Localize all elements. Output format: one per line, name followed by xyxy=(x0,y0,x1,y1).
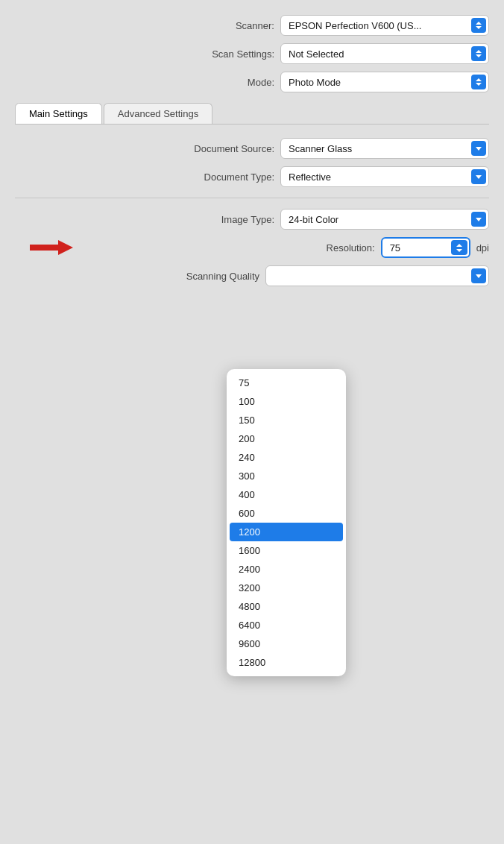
resolution-option-12800[interactable]: 12800 xyxy=(227,653,346,672)
resolution-option-9600[interactable]: 9600 xyxy=(227,634,346,653)
resolution-option-100[interactable]: 100 xyxy=(227,392,346,411)
resolution-option-400[interactable]: 400 xyxy=(227,485,346,504)
resolution-option-75[interactable]: 75 xyxy=(227,374,346,392)
mode-label: Mode: xyxy=(170,77,274,88)
document-type-label: Document Type: xyxy=(170,171,274,183)
document-source-row: Document Source: Scanner Glass xyxy=(15,138,489,159)
resolution-option-150[interactable]: 150 xyxy=(227,411,346,429)
scan-settings-select-wrapper: Not Selected xyxy=(280,43,489,64)
document-source-label: Document Source: xyxy=(170,143,274,154)
resolution-select-wrapper: 7510015020024030040060012001600240032004… xyxy=(381,237,470,258)
image-type-row: Image Type: 24-bit Color xyxy=(15,209,489,230)
scanner-label: Scanner: xyxy=(170,20,274,31)
tab-main-settings[interactable]: Main Settings xyxy=(15,103,102,124)
scanner-row: Scanner: EPSON Perfection V600 (US... xyxy=(15,15,489,36)
scanning-quality-select[interactable] xyxy=(265,265,489,286)
scanning-quality-row: Scanning Quality xyxy=(15,265,489,286)
resolution-option-240[interactable]: 240 xyxy=(227,448,346,467)
resolution-option-3200[interactable]: 3200 xyxy=(227,579,346,597)
resolution-option-200[interactable]: 200 xyxy=(227,429,346,448)
resolution-option-6400[interactable]: 6400 xyxy=(227,616,346,634)
svg-marker-0 xyxy=(30,240,73,255)
scanner-select-wrapper: EPSON Perfection V600 (US... xyxy=(280,15,489,36)
image-type-select-wrapper: 24-bit Color xyxy=(280,209,489,230)
tabs-row: Main Settings Advanced Settings xyxy=(15,103,489,125)
document-type-select[interactable]: Reflective xyxy=(280,166,489,187)
resolution-option-1600[interactable]: 1600 xyxy=(227,541,346,560)
resolution-select[interactable]: 7510015020024030040060012001600240032004… xyxy=(381,237,470,258)
resolution-option-600[interactable]: 600 xyxy=(227,504,346,523)
image-type-label: Image Type: xyxy=(170,214,274,225)
image-type-select[interactable]: 24-bit Color xyxy=(280,209,489,230)
divider-1 xyxy=(15,198,489,198)
mode-select[interactable]: Photo Mode xyxy=(280,72,489,92)
red-arrow-indicator xyxy=(30,237,75,258)
resolution-dropdown: 75 100 150 200 240 300 400 600 1200 1600… xyxy=(227,369,346,676)
document-type-select-wrapper: Reflective xyxy=(280,166,489,187)
mode-row: Mode: Photo Mode xyxy=(15,72,489,92)
document-source-select[interactable]: Scanner Glass xyxy=(280,138,489,159)
mode-select-wrapper: Photo Mode xyxy=(280,72,489,92)
scan-settings-label: Scan Settings: xyxy=(170,48,274,60)
resolution-option-1200[interactable]: 1200 xyxy=(230,523,343,541)
scan-settings-select[interactable]: Not Selected xyxy=(280,43,489,64)
resolution-option-4800[interactable]: 4800 xyxy=(227,597,346,616)
scan-settings-row: Scan Settings: Not Selected xyxy=(15,43,489,64)
document-type-row: Document Type: Reflective xyxy=(15,166,489,187)
scanning-quality-label: Scanning Quality xyxy=(155,271,259,282)
tab-advanced-settings[interactable]: Advanced Settings xyxy=(104,103,212,124)
resolution-label: Resolution: xyxy=(271,242,375,253)
red-arrow-svg xyxy=(30,237,75,258)
main-container: Scanner: EPSON Perfection V600 (US... Sc… xyxy=(0,0,504,309)
document-source-select-wrapper: Scanner Glass xyxy=(280,138,489,159)
resolution-option-300[interactable]: 300 xyxy=(227,467,346,485)
resolution-row: Resolution: 7510015020024030040060012001… xyxy=(15,237,489,258)
scanning-quality-select-wrapper xyxy=(265,265,489,286)
resolution-option-2400[interactable]: 2400 xyxy=(227,560,346,579)
dpi-label: dpi xyxy=(476,242,489,253)
scanner-select[interactable]: EPSON Perfection V600 (US... xyxy=(280,15,489,36)
